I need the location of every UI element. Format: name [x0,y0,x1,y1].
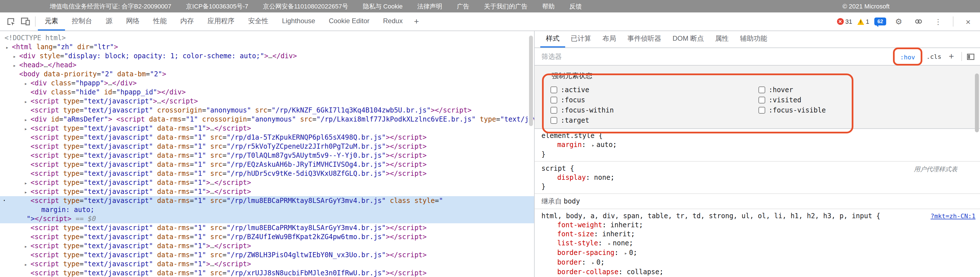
style-property[interactable]: border-spacing: ▸0; [541,248,979,258]
property-name[interactable]: border-collapse [557,268,619,276]
style-selector[interactable]: script [541,164,566,172]
elements-scrollbar[interactable] [529,36,533,126]
stylesheet-link[interactable]: ?mkt=zh-CN:1 [931,212,975,221]
expand-shorthand-icon[interactable]: ▸ [590,260,597,266]
property-value[interactable]: none [612,239,629,247]
state-checkbox-:target[interactable] [550,117,557,124]
dom-tree-node[interactable]: <script type="text/javascript" data-rms=… [0,232,534,241]
inherited-node-link[interactable]: body [564,197,580,205]
style-property[interactable]: border: ▸0; [541,258,979,267]
style-property[interactable]: font-weight: inherit; [541,220,979,229]
property-name[interactable]: margin [557,141,582,149]
property-name[interactable]: border-spacing [557,249,614,257]
expand-arrow-icon[interactable]: ▸ [13,52,19,61]
state-checkbox-:visited[interactable] [759,97,765,103]
expand-arrow-icon[interactable]: ▸ [24,97,30,106]
dom-tree-node[interactable]: ▸<div id="aRmsDefer"> <script data-rms="… [0,115,534,124]
dom-tree-node[interactable]: <script type="text/javascript" data-rms=… [0,223,534,232]
styles-tab-辅助功能[interactable]: 辅助功能 [735,31,773,48]
style-selector[interactable]: html, body, a, div, span, table, tr, td,… [541,212,872,220]
devtools-tab-应用程序[interactable]: 应用程序 [200,13,241,30]
expand-arrow-icon[interactable]: ▸ [24,188,30,197]
style-property[interactable]: border-collapse: collapse; [541,267,979,277]
expand-arrow-icon[interactable]: ▸ [24,260,30,269]
device-toolbar-icon[interactable] [18,14,33,29]
toggle-element-state-button[interactable]: :hov [897,52,918,63]
styles-tab-样式[interactable]: 样式 [540,31,565,48]
footer-link[interactable]: 广告 [457,2,469,10]
expand-arrow-icon[interactable]: ▸ [13,61,19,70]
expand-shorthand-icon[interactable]: ▸ [606,241,612,247]
expand-arrow-icon[interactable]: ▸ [24,79,30,88]
element-classes-button[interactable]: .cls [923,51,945,62]
devtools-tab-控制台[interactable]: 控制台 [65,13,99,30]
expand-arrow-icon[interactable]: ▸ [24,178,30,188]
dom-tree-node[interactable]: ·<script type="text/javascript" data-rms… [0,196,534,205]
issues-badge[interactable]: 62 [874,18,886,25]
style-property[interactable]: display: none; [541,173,979,182]
devtools-tab-安全性[interactable]: 安全性 [241,13,275,30]
style-selector[interactable]: element.style [541,132,595,140]
dom-tree-node[interactable]: <script type="text/javascript" data-rms=… [0,169,534,178]
expand-arrow-icon[interactable]: ▸ [24,242,30,251]
settings-gear-icon[interactable]: ⚙ [891,14,906,29]
dom-tree-node[interactable]: ▸<script type="text/javascript">…</scrip… [0,97,534,106]
dom-tree-node[interactable]: <script type="text/javascript" data-rms=… [0,151,534,160]
property-name[interactable]: font-size [557,230,594,238]
footer-link[interactable]: 隐私与 Cookie [363,2,402,10]
dom-tree-node[interactable]: <script type="text/javascript" data-rms=… [0,142,534,151]
footer-link[interactable]: 法律声明 [417,2,442,10]
state-checkbox-:active[interactable] [550,86,557,93]
devtools-tab-网络[interactable]: 网络 [119,13,146,30]
kebab-menu-icon[interactable]: ⋮ [931,14,945,29]
property-value[interactable]: 0 [596,258,600,266]
property-value[interactable]: inherit [602,230,631,238]
footer-link[interactable]: 帮助 [542,2,555,10]
extension-icon[interactable] [911,14,926,29]
property-name[interactable]: list-style [557,239,598,247]
error-counter[interactable]: ✕ 31 [837,18,852,25]
styles-tab-属性[interactable]: 属性 [710,31,735,48]
dom-tree-node[interactable]: <body data-priority="2" data-bm="2"> [0,70,534,79]
style-property[interactable]: list-style: ▸none; [541,239,979,248]
expand-shorthand-icon[interactable]: ▸ [622,250,629,256]
dom-tree-node[interactable]: <script type="text/javascript" data-rms=… [0,133,534,142]
dom-tree-node[interactable]: ▸<html lang="zh" dir="ltr"> [0,42,534,51]
property-name[interactable]: display [557,174,586,181]
warning-counter[interactable]: ! 1 [858,18,869,25]
dom-tree-node[interactable]: ▸<script type="text/javascript" data-rms… [0,187,534,196]
devtools-tab-Cookie Editor[interactable]: Cookie Editor [322,13,376,30]
dom-tree-node[interactable]: ▸<head>…</head> [0,60,534,70]
styles-scrollbar[interactable] [975,73,979,132]
inspect-element-icon[interactable] [3,14,18,29]
dom-tree-node[interactable]: <div class="hide" id="hpapp_id"></div> [0,88,534,97]
devtools-tab-源[interactable]: 源 [99,13,119,30]
expand-arrow-icon[interactable]: ▸ [24,115,30,124]
dom-tree-node[interactable]: <script type="text/javascript" data-rms=… [0,250,534,259]
close-devtools-icon[interactable]: × [961,14,975,29]
state-checkbox-:focus-within[interactable] [550,107,557,114]
styles-tab-布局[interactable]: 布局 [597,31,622,48]
devtools-tab-Redux[interactable]: Redux [376,13,409,30]
styles-tab-DOM 断点[interactable]: DOM 断点 [667,31,710,48]
dom-tree-node[interactable]: ▸<script type="text/javascript" data-rms… [0,241,534,250]
more-tabs-button[interactable]: + [409,16,423,27]
toggle-sidebar-icon[interactable] [965,51,975,62]
dom-tree-node[interactable]: "></script> == $0 [0,214,534,223]
dom-tree-node[interactable]: <!DOCTYPE html> [0,33,534,42]
footer-link[interactable]: 京ICP备10036305号-7 [186,2,248,10]
expand-shorthand-icon[interactable]: ▸ [590,142,597,148]
style-property[interactable]: margin: ▸auto; [541,140,979,150]
dom-tree-node[interactable]: ▸<script type="text/javascript" data-rms… [0,124,534,133]
styles-tab-事件侦听器[interactable]: 事件侦听器 [622,31,667,48]
dom-tree-node[interactable]: <script type="text/javascript" crossorig… [0,106,534,115]
footer-link[interactable]: 反馈 [570,2,582,10]
property-value[interactable]: inherit [610,221,639,229]
property-value[interactable]: 0 [629,249,633,257]
property-name[interactable]: font-weight [557,221,602,229]
expand-arrow-icon[interactable]: ▸ [6,43,12,52]
devtools-tab-元素[interactable]: 元素 [38,13,65,30]
dom-tree-node[interactable]: ▸<script type="text/javascript" data-rms… [0,259,534,269]
footer-link[interactable]: 关于我们的广告 [484,2,528,10]
expand-arrow-icon[interactable]: ▸ [24,124,30,134]
